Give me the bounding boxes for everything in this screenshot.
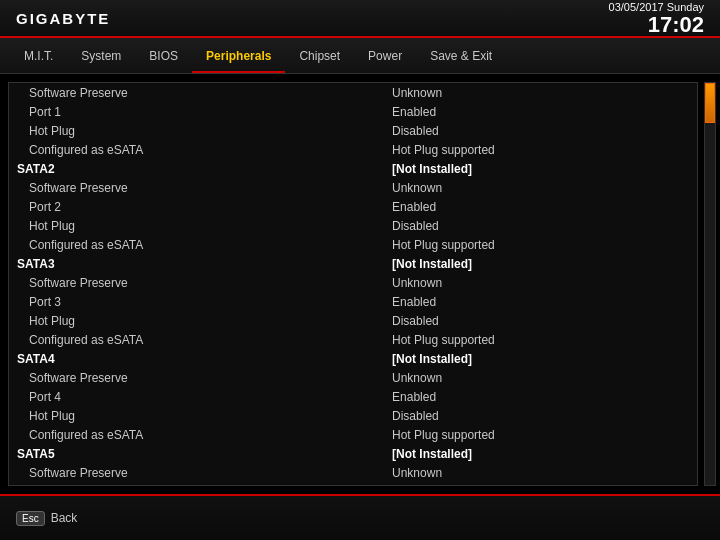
nav-item-save-exit[interactable]: Save & Exit <box>416 38 506 73</box>
nav: M.I.T. System BIOS Peripherals Chipset P… <box>0 38 720 74</box>
table-row[interactable]: SATA3[Not Installed] <box>9 254 697 273</box>
nav-item-mit[interactable]: M.I.T. <box>10 38 67 73</box>
row-value: Unknown <box>384 178 697 197</box>
row-label: SATA4 <box>9 349 384 368</box>
scrollbar-thumb[interactable] <box>705 83 715 123</box>
table-row[interactable]: Software PreserveUnknown <box>9 463 697 482</box>
row-value: Enabled <box>384 387 697 406</box>
row-label: Hot Plug <box>9 311 384 330</box>
row-value: Disabled <box>384 406 697 425</box>
time: 17:02 <box>648 14 704 36</box>
nav-item-bios[interactable]: BIOS <box>135 38 192 73</box>
row-label: Hot Plug <box>9 216 384 235</box>
row-value: Disabled <box>384 311 697 330</box>
back-label: Back <box>51 511 78 525</box>
row-label: Port 4 <box>9 387 384 406</box>
row-label: Port 3 <box>9 292 384 311</box>
row-label: Configured as eSATA <box>9 425 384 444</box>
row-value: Enabled <box>384 197 697 216</box>
row-label: Port 5 <box>9 482 384 485</box>
row-value: Enabled <box>384 102 697 121</box>
table-row[interactable]: Configured as eSATAHot Plug supported <box>9 140 697 159</box>
row-value: Hot Plug supported <box>384 140 697 159</box>
table-row[interactable]: Port 1Enabled <box>9 102 697 121</box>
table-row[interactable]: Software PreserveUnknown <box>9 273 697 292</box>
row-value: [Not Installed] <box>384 159 697 178</box>
nav-item-chipset[interactable]: Chipset <box>285 38 354 73</box>
table-row[interactable]: Configured as eSATAHot Plug supported <box>9 425 697 444</box>
row-label: SATA3 <box>9 254 384 273</box>
row-value: Unknown <box>384 368 697 387</box>
row-label: Port 1 <box>9 102 384 121</box>
nav-item-power[interactable]: Power <box>354 38 416 73</box>
row-label: Software Preserve <box>9 273 384 292</box>
table-row[interactable]: Port 2Enabled <box>9 197 697 216</box>
row-label: Configured as eSATA <box>9 140 384 159</box>
footer: Esc Back <box>0 494 720 540</box>
row-label: Hot Plug <box>9 406 384 425</box>
table-row[interactable]: Hot PlugDisabled <box>9 311 697 330</box>
table-row[interactable]: Software PreserveUnknown <box>9 368 697 387</box>
table-row[interactable]: Configured as eSATAHot Plug supported <box>9 235 697 254</box>
row-value: Enabled <box>384 482 697 485</box>
table-row[interactable]: Hot PlugDisabled <box>9 216 697 235</box>
row-value: Disabled <box>384 121 697 140</box>
table-row[interactable]: SATA4[Not Installed] <box>9 349 697 368</box>
table-row[interactable]: SATA5[Not Installed] <box>9 444 697 463</box>
back-key-group: Esc Back <box>16 511 77 526</box>
nav-item-peripherals[interactable]: Peripherals <box>192 38 285 73</box>
table-row[interactable]: SATA2[Not Installed] <box>9 159 697 178</box>
row-label: Software Preserve <box>9 178 384 197</box>
table-row[interactable]: Hot PlugDisabled <box>9 121 697 140</box>
row-label: Software Preserve <box>9 83 384 102</box>
settings-table: Software PreserveUnknownPort 1EnabledHot… <box>9 83 697 485</box>
content-panel: Software PreserveUnknownPort 1EnabledHot… <box>8 82 698 486</box>
row-value: [Not Installed] <box>384 254 697 273</box>
table-row[interactable]: Hot PlugDisabled <box>9 406 697 425</box>
table-row[interactable]: Port 4Enabled <box>9 387 697 406</box>
datetime: 03/05/2017 Sunday 17:02 <box>609 0 704 36</box>
row-label: Configured as eSATA <box>9 235 384 254</box>
row-value: Unknown <box>384 83 697 102</box>
nav-item-system[interactable]: System <box>67 38 135 73</box>
row-label: SATA2 <box>9 159 384 178</box>
table-scroll[interactable]: Software PreserveUnknownPort 1EnabledHot… <box>9 83 697 485</box>
row-value: Enabled <box>384 292 697 311</box>
row-value: Unknown <box>384 463 697 482</box>
table-row[interactable]: Software PreserveUnknown <box>9 178 697 197</box>
row-label: Hot Plug <box>9 121 384 140</box>
scrollbar-track[interactable] <box>704 82 716 486</box>
table-row[interactable]: Configured as eSATAHot Plug supported <box>9 330 697 349</box>
row-value: Unknown <box>384 273 697 292</box>
row-value: Disabled <box>384 216 697 235</box>
row-label: Port 2 <box>9 197 384 216</box>
row-value: [Not Installed] <box>384 349 697 368</box>
table-row[interactable]: Port 3Enabled <box>9 292 697 311</box>
row-label: Software Preserve <box>9 368 384 387</box>
table-row[interactable]: Port 5Enabled <box>9 482 697 485</box>
row-value: [Not Installed] <box>384 444 697 463</box>
logo: GIGABYTE <box>16 10 110 27</box>
header: GIGABYTE 03/05/2017 Sunday 17:02 <box>0 0 720 38</box>
row-label: Configured as eSATA <box>9 330 384 349</box>
table-row[interactable]: Software PreserveUnknown <box>9 83 697 102</box>
row-value: Hot Plug supported <box>384 425 697 444</box>
row-value: Hot Plug supported <box>384 235 697 254</box>
main-area: Software PreserveUnknownPort 1EnabledHot… <box>0 74 720 494</box>
row-value: Hot Plug supported <box>384 330 697 349</box>
esc-key-badge: Esc <box>16 511 45 526</box>
row-label: SATA5 <box>9 444 384 463</box>
row-label: Software Preserve <box>9 463 384 482</box>
